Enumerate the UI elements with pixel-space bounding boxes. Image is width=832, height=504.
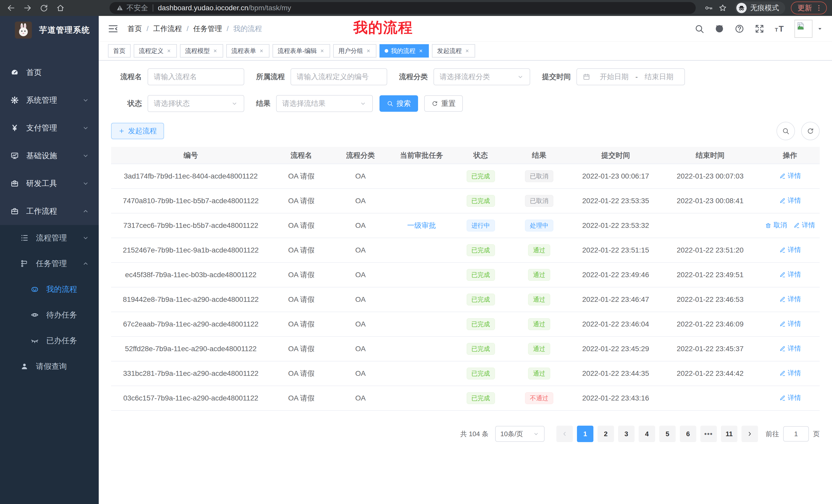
total-count: 共 104 条: [460, 429, 489, 439]
more-pages-button[interactable]: •••: [700, 426, 717, 442]
github-icon[interactable]: [714, 24, 725, 34]
sidebar-item[interactable]: 工作流程: [0, 197, 99, 225]
process-id-cell: 2152467e-7b9b-11ec-9a1b-acde48001122: [111, 238, 270, 262]
sidebar-item[interactable]: 已办任务: [0, 328, 99, 354]
key-icon[interactable]: [703, 2, 715, 14]
breadcrumb-item[interactable]: 首页: [128, 24, 142, 34]
back-icon[interactable]: [5, 2, 17, 14]
tab-item[interactable]: 流程表单: [226, 44, 269, 58]
user-menu-caret-icon[interactable]: [816, 25, 823, 32]
close-icon[interactable]: [166, 48, 172, 54]
tab-item[interactable]: 首页: [108, 44, 131, 58]
reload-icon[interactable]: [38, 2, 50, 14]
page-size-select[interactable]: 10条/页: [495, 426, 545, 442]
user-icon: [20, 362, 29, 371]
current-task-cell: [389, 287, 454, 312]
search-button-label: 搜索: [396, 99, 411, 108]
detail-action-link[interactable]: 详情: [779, 196, 801, 205]
chevron-down-icon: [82, 124, 89, 132]
sidebar-item[interactable]: 任务管理: [0, 251, 99, 276]
sidebar-item[interactable]: 待办任务: [0, 302, 99, 328]
refresh-table-button[interactable]: [801, 122, 820, 140]
sidebar-item[interactable]: 请假查询: [0, 354, 99, 379]
sidebar-item[interactable]: 首页: [0, 59, 99, 86]
page-button[interactable]: 1: [577, 426, 593, 442]
sidebar-item[interactable]: 我的流程: [0, 276, 99, 302]
security-warning-icon[interactable]: [116, 4, 123, 11]
page-button[interactable]: 2: [598, 426, 614, 442]
close-icon[interactable]: [464, 48, 470, 54]
logo-row[interactable]: 芋道管理系统: [0, 16, 99, 44]
sidebar-item[interactable]: 支付管理: [0, 114, 99, 142]
sidebar-item[interactable]: 基础设施: [0, 142, 99, 170]
breadcrumb-item[interactable]: 工作流程: [153, 24, 182, 34]
detail-action-link[interactable]: 详情: [793, 221, 815, 230]
bookmark-star-icon[interactable]: [717, 2, 729, 14]
address-bar[interactable]: 不安全 dashboard.yudao.iocoder.cn/bpm/task/…: [109, 2, 696, 14]
forward-icon[interactable]: [22, 2, 33, 14]
close-icon[interactable]: [418, 48, 424, 54]
cancel-action-link[interactable]: 取消: [765, 221, 787, 230]
next-page-button[interactable]: [742, 426, 758, 442]
sidebar-collapse-icon[interactable]: [107, 23, 119, 34]
tab-item[interactable]: 流程模型: [180, 44, 223, 58]
current-task-link[interactable]: 一级审批: [407, 221, 436, 229]
logo-image: [15, 22, 32, 38]
home-icon[interactable]: [54, 2, 66, 14]
category-select[interactable]: 请选择流程分类: [434, 68, 530, 85]
close-icon[interactable]: [212, 48, 218, 54]
prev-page-button[interactable]: [556, 426, 573, 442]
goto-page-input[interactable]: [783, 426, 809, 442]
browser-menu-dots-icon[interactable]: [815, 4, 823, 12]
tab-item[interactable]: 流程表单-编辑: [272, 44, 330, 58]
detail-action-link[interactable]: 详情: [779, 295, 801, 304]
detail-action-link[interactable]: 详情: [779, 171, 801, 180]
process-definition-input[interactable]: [290, 68, 387, 85]
fullscreen-icon[interactable]: [754, 24, 765, 34]
close-icon[interactable]: [366, 48, 371, 54]
tab-item[interactable]: 用户分组: [333, 44, 376, 58]
page-button[interactable]: 11: [721, 426, 737, 442]
detail-action-link[interactable]: 详情: [779, 270, 801, 279]
detail-action-link[interactable]: 详情: [779, 245, 801, 254]
help-icon[interactable]: [734, 24, 745, 34]
search-icon[interactable]: [694, 24, 704, 34]
toggle-search-button[interactable]: [777, 122, 795, 140]
column-header: 流程分类: [332, 147, 389, 164]
avatar[interactable]: [795, 20, 812, 38]
detail-action-link[interactable]: 详情: [779, 319, 801, 328]
font-size-icon[interactable]: TT: [774, 24, 785, 34]
page-button[interactable]: 4: [639, 426, 655, 442]
close-icon[interactable]: [259, 48, 264, 54]
search-button[interactable]: 搜索: [380, 95, 418, 112]
sidebar-item[interactable]: 系统管理: [0, 86, 99, 114]
tab-active[interactable]: 我的流程: [380, 44, 429, 58]
submit-time-range-picker[interactable]: 开始日期 - 结束日期: [576, 68, 685, 85]
result-select[interactable]: 请选择流结果: [276, 95, 373, 112]
process-name-input[interactable]: [148, 68, 244, 85]
page-button[interactable]: 6: [680, 426, 696, 442]
browser-update-button[interactable]: 更新: [791, 2, 827, 15]
result-badge: 不通过: [525, 392, 553, 404]
result-badge: 已取消: [525, 170, 553, 182]
detail-action-link[interactable]: 详情: [779, 393, 801, 402]
detail-action-link[interactable]: 详情: [779, 369, 801, 377]
page-button[interactable]: 3: [618, 426, 634, 442]
tab-item[interactable]: 发起流程: [432, 44, 475, 58]
chevron-down-icon: [359, 100, 367, 107]
create-process-button[interactable]: 发起流程: [111, 123, 164, 139]
sidebar-item[interactable]: 流程管理: [0, 225, 99, 251]
tab-item[interactable]: 流程定义: [134, 44, 177, 58]
detail-action-link[interactable]: 详情: [779, 344, 801, 353]
sidebar-menu: 首页系统管理支付管理基础设施研发工具工作流程流程管理任务管理我的流程待办任务已办…: [0, 59, 99, 504]
page-button[interactable]: 5: [659, 426, 676, 442]
breadcrumb-item[interactable]: 任务管理: [193, 24, 222, 34]
result-cell: 通过: [507, 287, 571, 312]
close-icon[interactable]: [319, 48, 325, 54]
action-label: 详情: [788, 270, 801, 279]
sidebar-item-label: 待办任务: [46, 310, 89, 320]
process-category-cell: OA: [332, 287, 389, 312]
status-select[interactable]: 请选择状态: [148, 95, 244, 112]
sidebar-item[interactable]: 研发工具: [0, 170, 99, 197]
reset-button[interactable]: 重置: [424, 95, 463, 112]
